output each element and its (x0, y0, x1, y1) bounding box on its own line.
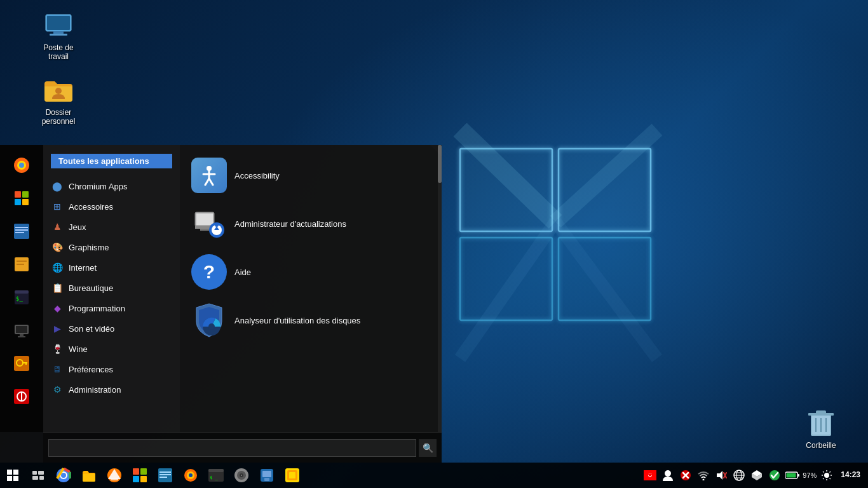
taskbar-terminal[interactable]: $ _ (203, 463, 229, 488)
sidebar-monitor[interactable] (6, 315, 37, 346)
svg-rect-20 (15, 191, 21, 198)
category-accessories[interactable]: ⊞Accessoires (43, 196, 180, 217)
category-icon-administration: ⚙ (51, 383, 64, 396)
svg-line-48 (205, 179, 209, 185)
taskbar-store[interactable] (127, 463, 153, 488)
svg-line-135 (830, 471, 831, 473)
systray-user[interactable] (659, 463, 677, 488)
taskbar-disk[interactable] (229, 463, 254, 488)
category-icon-accessories: ⊞ (51, 200, 64, 213)
all-apps-button[interactable]: Toutes les applications (51, 154, 172, 168)
start-menu: $_ (0, 145, 442, 463)
category-icon-programming: ◆ (51, 302, 64, 315)
taskbar-files[interactable] (76, 463, 102, 488)
app-item-accessibility[interactable]: Accessibility (185, 152, 437, 198)
app-item-aide[interactable]: ?Aide (185, 249, 437, 295)
category-label-programming: Programmation (69, 304, 125, 313)
taskbar: $ _ (0, 463, 868, 488)
systray-update[interactable] (677, 463, 695, 488)
category-office[interactable]: 📋Bureautique (43, 278, 180, 298)
desktop-icon-workstation[interactable]: Poste de travail (33, 10, 84, 62)
svg-rect-73 (39, 476, 44, 480)
svg-rect-29 (17, 261, 27, 262)
clock-time: 14:23 (841, 470, 860, 480)
svg-point-56 (215, 223, 219, 227)
svg-rect-35 (16, 326, 27, 333)
svg-rect-125 (798, 474, 800, 477)
scroll-thumb[interactable] (438, 145, 442, 183)
category-sound-video[interactable]: ▶Son et vidéo (43, 318, 180, 339)
app-icon-accessibility (191, 158, 227, 193)
sidebar-terminal[interactable]: $_ (6, 282, 37, 313)
start-menu-sidebar: $_ (0, 145, 43, 432)
svg-line-133 (830, 478, 831, 480)
svg-rect-41 (25, 362, 27, 365)
systray-network[interactable] (730, 463, 748, 488)
category-icon-chromium: ⬤ (51, 180, 64, 193)
svg-rect-79 (111, 478, 118, 480)
desktop-icon-personal-folder[interactable]: Dossier personnel (33, 75, 84, 126)
systray-brightness[interactable] (818, 463, 836, 488)
taskbar-file-mgr[interactable] (153, 463, 178, 488)
category-administration[interactable]: ⚙Administration (43, 379, 180, 400)
category-icon-wine: 🍷 (51, 342, 64, 355)
category-graphics[interactable]: 🎨Graphisme (43, 237, 180, 257)
personal-folder-label: Dossier personnel (33, 108, 84, 126)
start-search-bar: 🔍 (43, 432, 442, 463)
svg-rect-70 (32, 471, 37, 475)
systray-check[interactable] (766, 463, 783, 488)
app-item-update-manager[interactable]: Administrateur d'actualizations (185, 201, 437, 247)
systray-flag[interactable] (641, 463, 659, 488)
svg-rect-22 (15, 199, 21, 205)
sidebar-sticky[interactable] (6, 249, 37, 280)
systray-wifi[interactable] (695, 463, 712, 488)
sidebar-file-manager[interactable] (6, 216, 37, 247)
svg-rect-100 (264, 478, 269, 481)
app-item-disk-analyzer[interactable]: Analyseur d'utilisation des disques (185, 297, 437, 343)
category-chromium[interactable]: ⬤Chromium Apps (43, 176, 180, 196)
search-input[interactable] (48, 439, 416, 457)
start-button[interactable] (0, 463, 25, 488)
category-label-chromium: Chromium Apps (69, 182, 127, 191)
category-preferences[interactable]: 🖥Préférences (43, 359, 180, 379)
category-programming[interactable]: ◆Programmation (43, 298, 180, 318)
svg-rect-81 (140, 468, 147, 475)
svg-rect-23 (22, 199, 29, 205)
taskbar-chromium[interactable] (51, 463, 76, 488)
scroll-track[interactable] (438, 145, 442, 432)
systray-volume[interactable] (712, 463, 730, 488)
systray-dropbox[interactable] (748, 463, 766, 488)
taskbar-firefox[interactable] (178, 463, 203, 488)
svg-rect-14 (53, 31, 64, 34)
category-games[interactable]: ♟Jeux (43, 217, 180, 237)
taskbar-app-yellow[interactable] (280, 463, 305, 488)
taskbar-virtualbox[interactable] (254, 463, 280, 488)
svg-point-90 (189, 473, 193, 477)
taskbar-vlc[interactable] (102, 463, 127, 488)
systray-clock[interactable]: 14:23 (836, 463, 865, 488)
svg-rect-25 (15, 227, 28, 228)
svg-rect-24 (14, 224, 29, 239)
sidebar-key[interactable] (6, 348, 37, 379)
svg-line-132 (823, 471, 824, 473)
category-internet[interactable]: 🌐Internet (43, 257, 180, 278)
recycle-bin[interactable]: Corbeille (806, 405, 836, 450)
category-icon-graphics: 🎨 (51, 241, 64, 254)
category-label-games: Jeux (69, 222, 86, 232)
category-wine[interactable]: 🍷Wine (43, 339, 180, 359)
search-button[interactable]: 🔍 (419, 439, 437, 457)
sidebar-firefox[interactable] (6, 150, 37, 180)
task-view-button[interactable] (25, 463, 51, 488)
sidebar-store[interactable] (6, 183, 37, 214)
svg-rect-82 (133, 476, 139, 482)
sidebar-red-app[interactable] (6, 381, 37, 412)
category-icon-preferences: 🖥 (51, 363, 64, 376)
systray-battery[interactable] (783, 463, 801, 488)
svg-rect-99 (262, 471, 271, 477)
category-label-preferences: Préférences (69, 365, 113, 374)
category-icon-games: ♟ (51, 220, 64, 233)
category-label-graphics: Graphisme (69, 243, 109, 252)
apps-list-panel[interactable]: Accessibility Administrateur d'actualiza… (180, 145, 442, 432)
folder-icon (43, 75, 74, 105)
svg-rect-15 (50, 34, 67, 36)
